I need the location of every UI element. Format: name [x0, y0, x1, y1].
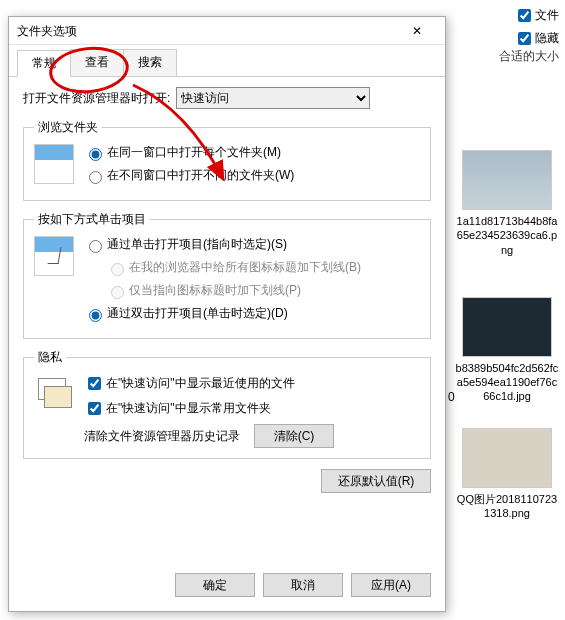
thumbnail-item[interactable]: b8389b504fc2d562fca5e594ea1190ef76c66c1d…: [454, 297, 560, 404]
browse-folders-icon: [34, 144, 74, 184]
folder-options-dialog: 文件夹选项 ✕ 常规 查看 搜索 打开文件资源管理器时打开: 快速访问 浏览文件…: [8, 16, 446, 612]
radio-same-window-row: 在同一窗口中打开每个文件夹(M): [84, 144, 420, 161]
restore-defaults-button[interactable]: 还原默认值(R): [321, 469, 431, 493]
check-recent-files-label: 在"快速访问"中显示最近使用的文件: [106, 376, 295, 390]
tab-strip: 常规 查看 搜索: [9, 45, 445, 77]
browse-folders-group: 浏览文件夹 在同一窗口中打开每个文件夹(M) 在不同窗口中打开不同的文件夹(W): [23, 119, 431, 201]
radio-underline-all-row: 在我的浏览器中给所有图标标题加下划线(B): [106, 259, 420, 276]
bg-fit-size-label: 合适的大小: [499, 48, 559, 65]
partial-thumb-label: 0: [448, 390, 455, 404]
radio-same-window-label: 在同一窗口中打开每个文件夹(M): [107, 145, 281, 159]
radio-same-window[interactable]: [89, 148, 102, 161]
bg-check-hidden[interactable]: [518, 32, 531, 45]
radio-double-click-label: 通过双击打开项目(单击时选定)(D): [107, 306, 288, 320]
privacy-group: 隐私 在"快速访问"中显示最近使用的文件 在"快速访问"中显示常用文件夹 清除文…: [23, 349, 431, 459]
radio-own-window[interactable]: [89, 171, 102, 184]
radio-underline-point-label: 仅当指向图标标题时加下划线(P): [129, 283, 301, 297]
check-frequent-folders-row: 在"快速访问"中显示常用文件夹: [84, 399, 420, 418]
browse-folders-legend: 浏览文件夹: [34, 119, 102, 136]
radio-underline-point: [111, 286, 124, 299]
cancel-button[interactable]: 取消: [263, 573, 343, 597]
ok-button[interactable]: 确定: [175, 573, 255, 597]
tab-view[interactable]: 查看: [70, 49, 124, 76]
radio-underline-point-row: 仅当指向图标标题时加下划线(P): [106, 282, 420, 299]
thumbnail-image: [462, 150, 552, 210]
radio-underline-all-label: 在我的浏览器中给所有图标标题加下划线(B): [129, 260, 361, 274]
bg-checkbox-hidden: 隐藏: [514, 29, 559, 48]
thumbnail-image: [462, 297, 552, 357]
radio-own-window-label: 在不同窗口中打开不同的文件夹(W): [107, 168, 294, 182]
radio-double-click[interactable]: [89, 309, 102, 322]
open-with-label: 打开文件资源管理器时打开:: [23, 90, 170, 107]
radio-single-click[interactable]: [89, 240, 102, 253]
open-with-combo[interactable]: 快速访问: [176, 87, 370, 109]
thumbnail-item[interactable]: 1a11d81713b44b8fa65e234523639ca6.png: [454, 150, 560, 257]
click-items-group: 按如下方式单击项目 通过单击打开项目(指向时选定)(S) 在我的浏览器中给所有图…: [23, 211, 431, 339]
privacy-legend: 隐私: [34, 349, 66, 366]
radio-single-click-row: 通过单击打开项目(指向时选定)(S): [84, 236, 420, 253]
radio-underline-all: [111, 263, 124, 276]
radio-double-click-row: 通过双击打开项目(单击时选定)(D): [84, 305, 420, 322]
click-items-legend: 按如下方式单击项目: [34, 211, 150, 228]
check-frequent-folders[interactable]: [88, 402, 101, 415]
bg-checkbox-file: 文件: [514, 6, 559, 25]
radio-own-window-row: 在不同窗口中打开不同的文件夹(W): [84, 167, 420, 184]
tab-search[interactable]: 搜索: [123, 49, 177, 76]
check-recent-files-row: 在"快速访问"中显示最近使用的文件: [84, 374, 420, 393]
click-items-icon: [34, 236, 74, 276]
apply-button[interactable]: 应用(A): [351, 573, 431, 597]
dialog-title: 文件夹选项: [17, 17, 77, 44]
thumbnail-caption: 1a11d81713b44b8fa65e234523639ca6.png: [454, 214, 560, 257]
thumbnail-caption: b8389b504fc2d562fca5e594ea1190ef76c66c1d…: [454, 361, 560, 404]
close-button[interactable]: ✕: [397, 17, 437, 44]
thumbnail-item[interactable]: QQ图片20181107231318.png: [454, 428, 560, 521]
check-recent-files[interactable]: [88, 377, 101, 390]
clear-history-label: 清除文件资源管理器历史记录: [84, 428, 240, 445]
bg-check-file[interactable]: [518, 9, 531, 22]
bg-check-file-label: 文件: [535, 8, 559, 22]
radio-single-click-label: 通过单击打开项目(指向时选定)(S): [107, 237, 287, 251]
clear-button[interactable]: 清除(C): [254, 424, 334, 448]
privacy-icon: [34, 374, 74, 414]
check-frequent-folders-label: 在"快速访问"中显示常用文件夹: [106, 401, 271, 415]
thumbnail-caption: QQ图片20181107231318.png: [454, 492, 560, 521]
tab-general[interactable]: 常规: [17, 50, 71, 77]
bg-check-hidden-label: 隐藏: [535, 31, 559, 45]
thumbnail-image: [462, 428, 552, 488]
